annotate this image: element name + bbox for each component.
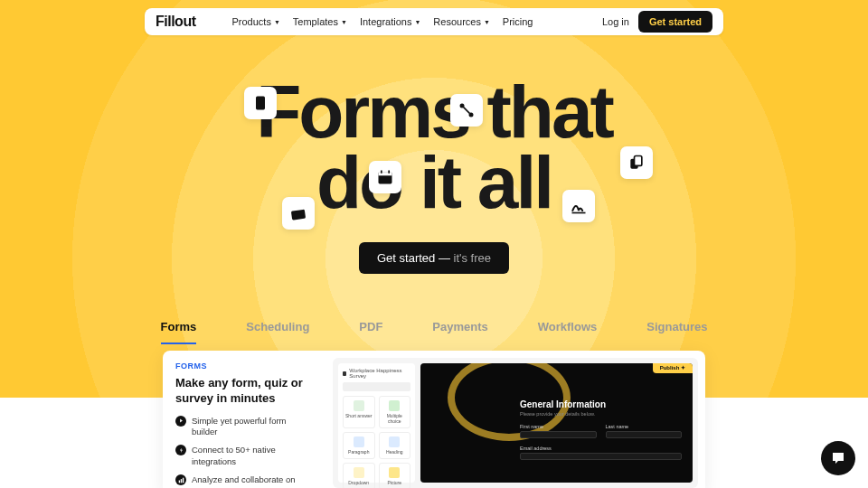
tab-forms[interactable]: Forms — [161, 320, 197, 344]
block-picture: Picture — [379, 463, 411, 488]
chevron-down-icon: ▼ — [274, 19, 280, 25]
svg-rect-0 — [256, 97, 265, 110]
copy-icon — [620, 146, 653, 179]
feature-item: Analyze and collaborate on — [175, 474, 313, 485]
builder-header: Workplace Happiness Survey — [343, 368, 410, 379]
block-heading: Heading — [379, 432, 411, 459]
builder-search — [343, 382, 410, 391]
nav-templates[interactable]: Templates▼ — [293, 16, 347, 27]
svg-rect-4 — [635, 156, 642, 166]
workflow-icon — [450, 94, 483, 127]
svg-rect-8 — [178, 480, 179, 483]
payment-icon — [282, 197, 315, 230]
chevron-down-icon: ▼ — [484, 19, 490, 25]
get-started-nav-button[interactable]: Get started — [638, 11, 712, 33]
nav-integrations[interactable]: Integrations▼ — [360, 16, 420, 27]
bolt-icon — [175, 445, 186, 455]
svg-rect-9 — [180, 479, 181, 483]
tab-workflows[interactable]: Workflows — [538, 320, 598, 344]
clipboard-icon — [244, 87, 277, 119]
form-preview: Publish ✦ General Information Please pro… — [420, 363, 693, 483]
feature-item: Connect to 50+ native integrations — [175, 445, 313, 467]
form-title: General Information — [520, 399, 682, 409]
main-nav: Fillout Products▼ Templates▼ Integration… — [145, 8, 723, 35]
tab-payments[interactable]: Payments — [432, 320, 487, 344]
chat-widget-button[interactable] — [821, 441, 855, 475]
svg-rect-6 — [379, 172, 392, 175]
tab-pdf[interactable]: PDF — [359, 320, 382, 344]
svg-rect-7 — [291, 210, 306, 221]
play-icon — [175, 416, 186, 427]
calendar-icon — [369, 161, 401, 193]
tab-scheduling[interactable]: Scheduling — [246, 320, 309, 344]
nav-resources[interactable]: Resources▼ — [433, 16, 490, 27]
publish-button: Publish ✦ — [653, 363, 693, 373]
feature-panel: FORMS Make any form, quiz or survey in m… — [163, 351, 705, 488]
panel-tag: FORMS — [175, 361, 313, 371]
nav-products[interactable]: Products▼ — [231, 16, 279, 27]
nav-pricing[interactable]: Pricing — [503, 16, 533, 27]
chat-icon — [830, 450, 846, 466]
block-short-answer: Short answer — [343, 396, 375, 428]
panel-title: Make any form, quiz or survey in minutes — [175, 376, 313, 407]
block-multiple-choice: Multiple choice — [379, 396, 411, 428]
hero-heading: Forms thatdo it all — [0, 77, 868, 218]
get-started-cta-button[interactable]: Get started — it's free — [359, 242, 509, 274]
chevron-down-icon: ▼ — [341, 19, 347, 25]
builder-preview: Workplace Happiness Survey Short answer … — [333, 358, 698, 488]
feature-tabs: Forms Scheduling PDF Payments Workflows … — [0, 320, 868, 344]
logo[interactable]: Fillout — [156, 14, 195, 30]
feature-item: Simple yet powerful form builder — [175, 416, 313, 438]
signature-icon — [562, 190, 595, 222]
login-link[interactable]: Log in — [602, 16, 629, 27]
tab-signatures[interactable]: Signatures — [646, 320, 707, 344]
form-subtitle: Please provide your details below. — [520, 411, 682, 417]
block-dropdown: Dropdown — [343, 463, 375, 488]
block-paragraph: Paragraph — [343, 432, 375, 459]
chart-icon — [175, 474, 186, 485]
nav-links: Products▼ Templates▼ Integrations▼ Resou… — [231, 16, 533, 27]
chevron-down-icon: ▼ — [414, 19, 420, 25]
svg-rect-10 — [182, 477, 183, 483]
